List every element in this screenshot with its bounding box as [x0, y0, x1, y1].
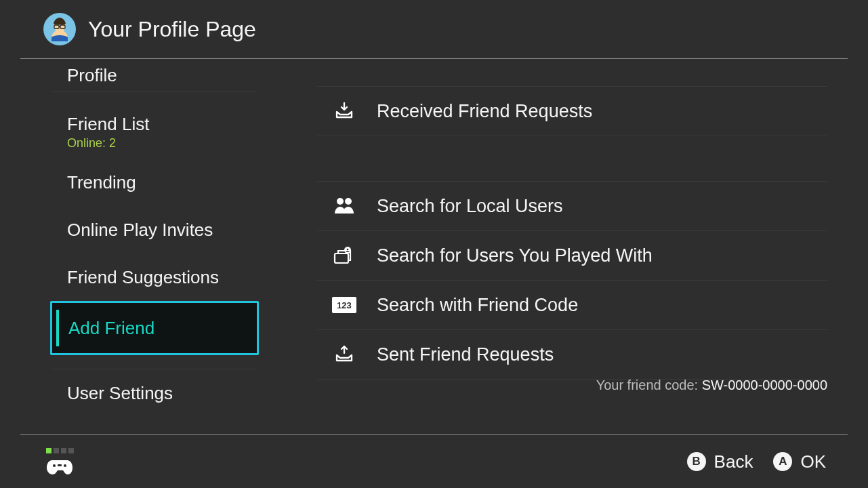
- sidebar-item-user-settings[interactable]: User Settings: [51, 369, 278, 417]
- sidebar-item-label: Profile: [67, 65, 278, 86]
- svg-point-5: [337, 198, 344, 205]
- row-label: Received Friend Requests: [377, 101, 592, 122]
- header-bar: Your Profile Page: [0, 0, 868, 58]
- sidebar-item-label: Trending: [67, 172, 278, 193]
- row-search-played-with[interactable]: Search for Users You Played With: [317, 230, 827, 280]
- device-user-icon: [332, 245, 356, 266]
- sidebar-item-friend-list[interactable]: Friend List Online: 2: [51, 106, 278, 159]
- svg-point-13: [64, 464, 66, 467]
- hint-label: Back: [714, 451, 753, 472]
- b-button-icon: B: [687, 452, 706, 471]
- list-gap: [317, 136, 827, 181]
- two-users-icon: [332, 196, 356, 216]
- outbox-upload-icon: [332, 344, 356, 365]
- sidebar-item-friend-suggestions[interactable]: Friend Suggestions: [51, 253, 278, 301]
- inbox-download-icon: [332, 101, 356, 121]
- row-label: Search with Friend Code: [377, 295, 578, 316]
- hint-ok[interactable]: A OK: [773, 451, 826, 472]
- hint-label: OK: [800, 451, 826, 472]
- footer-left: [46, 448, 74, 475]
- sidebar-item-label: User Settings: [67, 383, 278, 404]
- number-code-icon: 123: [332, 297, 356, 313]
- svg-text:123: 123: [337, 300, 352, 310]
- row-label: Search for Users You Played With: [377, 245, 653, 266]
- a-button-icon: A: [773, 452, 792, 471]
- sidebar-item-label: Add Friend: [68, 318, 257, 339]
- page-dot: [61, 448, 66, 453]
- svg-rect-7: [335, 253, 348, 263]
- main-panel: Received Friend Requests Search for Loca…: [278, 59, 868, 434]
- sidebar-item-add-friend[interactable]: Add Friend: [50, 301, 259, 355]
- svg-point-9: [347, 249, 349, 251]
- page-title: Your Profile Page: [88, 17, 256, 42]
- row-label: Sent Friend Requests: [377, 344, 554, 365]
- sidebar: Profile Friend List Online: 2 Trending O…: [0, 59, 278, 434]
- svg-point-6: [345, 198, 352, 205]
- friend-code-value: SW-0000-0000-0000: [702, 378, 827, 392]
- avatar: [43, 13, 76, 45]
- avatar-mii-icon: [45, 14, 75, 44]
- sidebar-item-label: Online Play Invites: [67, 220, 278, 241]
- sidebar-item-trending[interactable]: Trending: [51, 159, 278, 206]
- options-list: Received Friend Requests Search for Loca…: [317, 86, 827, 380]
- row-label: Search for Local Users: [377, 196, 563, 217]
- page-dot: [54, 448, 59, 453]
- row-sent-friend-requests[interactable]: Sent Friend Requests: [317, 329, 827, 380]
- sidebar-item-profile[interactable]: Profile: [51, 59, 278, 92]
- svg-point-12: [53, 464, 56, 467]
- friend-code-prefix: Your friend code:: [596, 378, 702, 392]
- row-received-friend-requests[interactable]: Received Friend Requests: [317, 86, 827, 136]
- sidebar-item-online-play-invites[interactable]: Online Play Invites: [51, 206, 278, 253]
- footer-right: B Back A OK: [687, 451, 826, 472]
- sidebar-item-label: Friend Suggestions: [67, 267, 278, 288]
- row-search-local-users[interactable]: Search for Local Users: [317, 181, 827, 230]
- footer-bar: B Back A OK: [0, 435, 868, 488]
- row-search-friend-code[interactable]: 123 Search with Friend Code: [317, 280, 827, 329]
- sidebar-item-subtext: Online: 2: [67, 136, 278, 150]
- friend-code-line: Your friend code: SW-0000-0000-0000: [596, 378, 827, 393]
- svg-rect-14: [58, 464, 62, 466]
- controller-icon: [46, 456, 73, 475]
- page-dot: [68, 448, 74, 453]
- sidebar-item-label: Friend List: [67, 114, 278, 135]
- page-indicator: [46, 448, 74, 453]
- hint-back[interactable]: B Back: [687, 451, 753, 472]
- page-dot-active: [46, 448, 51, 453]
